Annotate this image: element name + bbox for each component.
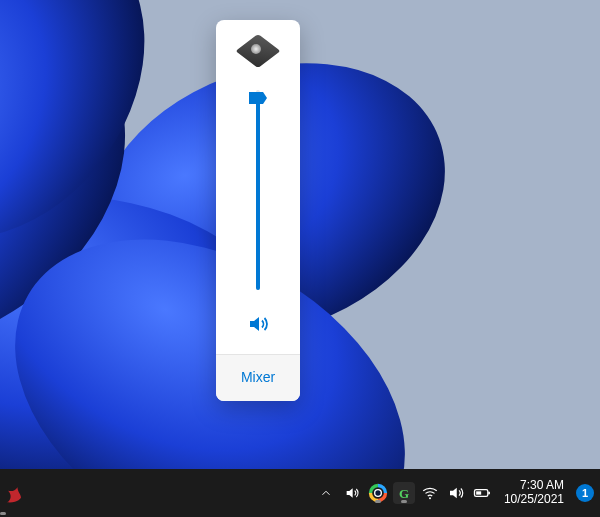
taskbar-clock[interactable]: 7:30 AM 10/25/2021 — [496, 479, 570, 507]
battery-icon — [472, 483, 492, 503]
mixer-link[interactable]: Mixer — [216, 354, 300, 401]
speaker-small-icon — [344, 485, 360, 501]
chevron-up-icon — [319, 486, 333, 500]
volume-flyout: Mixer — [216, 20, 300, 401]
taskbar: G 7:30 AM 10/25/2021 1 — [0, 469, 600, 517]
clock-date: 10/25/2021 — [504, 493, 564, 507]
tray-app-browser[interactable] — [366, 481, 390, 505]
svg-point-10 — [375, 490, 382, 497]
speaker-icon — [447, 484, 465, 502]
output-device-icon[interactable] — [241, 34, 275, 68]
svg-rect-14 — [476, 491, 481, 494]
system-tray: G 7:30 AM 10/25/2021 1 — [314, 469, 600, 517]
mute-toggle-button[interactable] — [242, 308, 274, 340]
battery-status[interactable] — [470, 481, 494, 505]
notification-badge[interactable]: 1 — [576, 484, 594, 502]
volume-slider[interactable] — [243, 90, 273, 290]
desktop-wallpaper — [0, 0, 600, 517]
clock-time: 7:30 AM — [504, 479, 564, 493]
tray-app-g[interactable]: G — [392, 481, 416, 505]
wifi-status[interactable] — [418, 481, 442, 505]
phoenix-icon — [0, 479, 28, 507]
tray-app-audio[interactable] — [340, 481, 364, 505]
volume-status[interactable] — [444, 481, 468, 505]
wifi-icon — [421, 484, 439, 502]
speaker-icon — [246, 312, 270, 336]
svg-rect-13 — [488, 492, 490, 495]
taskbar-pinned-app[interactable] — [0, 469, 28, 517]
svg-point-11 — [429, 497, 431, 499]
tray-overflow-chevron[interactable] — [314, 481, 338, 505]
